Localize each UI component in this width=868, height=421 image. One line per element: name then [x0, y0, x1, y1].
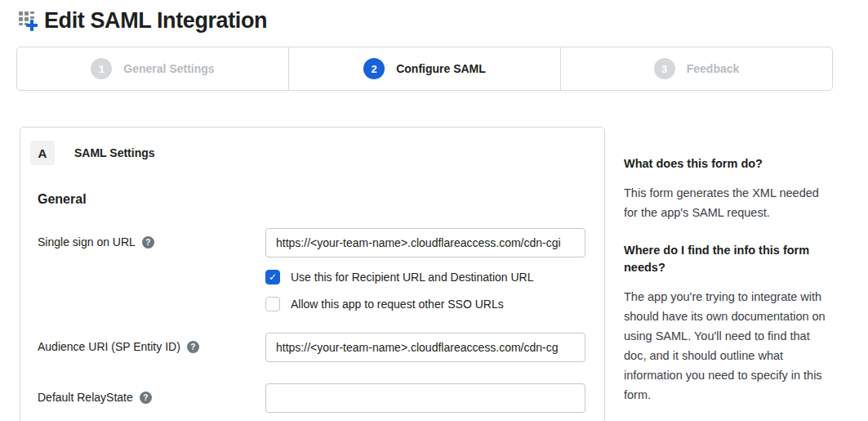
sidebar-paragraph-what: This form generates the XML needed for t…	[624, 183, 830, 222]
field-control: Use this for Recipient URL and Destinati…	[265, 228, 585, 311]
wizard-stepper: 1 General Settings 2 Configure SAML 3 Fe…	[16, 47, 833, 91]
audience-uri-input[interactable]	[265, 333, 585, 362]
step-number-badge: 1	[91, 58, 112, 79]
checkbox-unchecked-icon[interactable]	[265, 297, 280, 311]
section-title: SAML Settings	[74, 146, 155, 159]
step-configure-saml[interactable]: 2 Configure SAML	[289, 47, 561, 90]
field-label-text: Audience URI (SP Entity ID)	[38, 340, 180, 354]
group-heading-general: General	[38, 192, 604, 207]
help-icon[interactable]: ?	[140, 392, 152, 404]
field-control	[265, 333, 585, 362]
field-single-sign-on-url: Single sign on URL ? Use this for Recipi…	[38, 228, 588, 311]
step-label: Configure SAML	[396, 62, 486, 75]
field-label: Audience URI (SP Entity ID) ?	[38, 333, 265, 362]
step-label: Feedback	[687, 62, 740, 75]
single-sign-on-url-input[interactable]	[265, 228, 585, 258]
section-header: A SAML Settings	[20, 128, 604, 165]
field-label: Single sign on URL ?	[38, 228, 265, 311]
sidebar-heading-where: Where do I find the info this form needs…	[624, 242, 830, 276]
recipient-url-checkbox-row[interactable]: Use this for Recipient URL and Destinati…	[265, 270, 585, 284]
sidebar-heading-what: What does this form do?	[624, 155, 830, 172]
field-label: Default RelayState ?	[38, 383, 265, 421]
step-number-badge: 2	[363, 58, 385, 79]
step-feedback[interactable]: 3 Feedback	[561, 47, 832, 90]
default-relaystate-input[interactable]	[265, 383, 585, 413]
field-label-text: Single sign on URL	[38, 235, 136, 249]
sidebar-paragraph-where: The app you're trying to integrate with …	[624, 287, 830, 405]
checkbox-checked-icon[interactable]	[265, 270, 280, 284]
other-sso-urls-checkbox-row[interactable]: Allow this app to request other SSO URLs	[265, 297, 585, 311]
saml-settings-panel: A SAML Settings General Single sign on U…	[20, 127, 605, 421]
help-icon[interactable]: ?	[142, 236, 154, 249]
help-sidebar: What does this form do? This form genera…	[624, 155, 830, 421]
checkbox-label: Use this for Recipient URL and Destinati…	[291, 271, 534, 284]
section-badge: A	[30, 141, 55, 165]
field-audience-uri: Audience URI (SP Entity ID) ?	[38, 333, 588, 362]
checkbox-label: Allow this app to request other SSO URLs	[291, 298, 504, 311]
page-title: Edit SAML Integration	[44, 7, 267, 34]
step-number-badge: 3	[654, 58, 675, 79]
field-control: If no value is set, a blank RelayState i…	[265, 383, 585, 421]
help-icon[interactable]: ?	[187, 341, 199, 353]
step-label: General Settings	[123, 62, 214, 75]
field-label-text: Default RelayState	[38, 391, 133, 405]
app-grid-plus-icon	[16, 7, 41, 34]
field-default-relaystate: Default RelayState ? If no value is set,…	[38, 383, 588, 421]
step-general-settings[interactable]: 1 General Settings	[17, 47, 289, 90]
page-header: Edit SAML Integration	[0, 0, 868, 34]
